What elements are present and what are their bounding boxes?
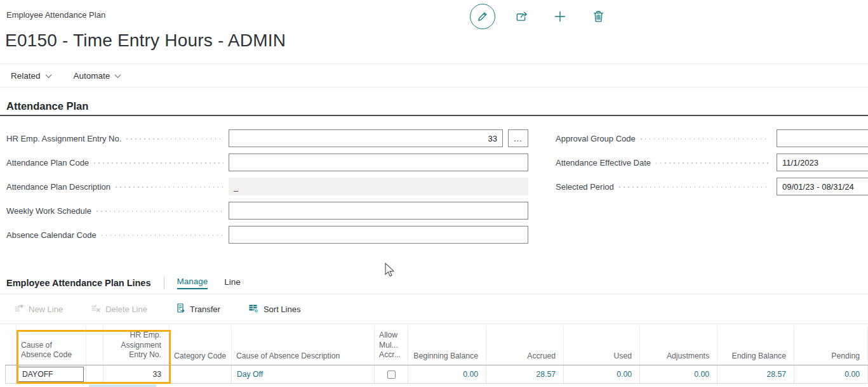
selected-period-input[interactable]: 09/01/23 - 08/31/24 xyxy=(777,178,868,195)
new-button[interactable] xyxy=(549,5,571,28)
assist-edit-button[interactable]: … xyxy=(508,129,528,147)
attendance-plan-description-field: _ xyxy=(229,178,528,195)
cell-allow-mul-accr[interactable] xyxy=(375,365,408,383)
cell-used[interactable]: 0.00 xyxy=(564,365,640,383)
dotted-leader xyxy=(94,162,224,164)
field-label: Weekly Work Schedule xyxy=(6,206,91,216)
dotted-leader xyxy=(116,187,224,188)
share-button[interactable] xyxy=(511,5,533,28)
mouse-cursor xyxy=(384,263,396,280)
menu-automate[interactable]: Automate xyxy=(74,71,122,81)
cell-spacer xyxy=(86,365,103,383)
divider xyxy=(0,294,868,294)
partial-selected-cell xyxy=(89,384,156,387)
menu-automate-label: Automate xyxy=(74,71,110,81)
transfer-label: Transfer xyxy=(190,305,220,314)
plus-icon xyxy=(554,10,566,23)
delete-button[interactable] xyxy=(587,5,610,28)
column-header-category-code[interactable]: Category Code xyxy=(170,326,232,365)
column-header-beginning-balance[interactable]: Beginning Balance xyxy=(408,326,486,365)
lines-toolbar: New Line Delete Line Transfer xyxy=(14,299,300,319)
transfer-icon xyxy=(175,303,185,315)
cell-pending[interactable]: 0.00 xyxy=(794,365,868,383)
attendance-effective-date-input[interactable]: 11/1/2023 xyxy=(777,154,868,171)
day-off-link[interactable]: Day Off xyxy=(232,370,263,379)
attendance-plan-section-title: Attendance Plan xyxy=(6,100,88,112)
divider xyxy=(0,324,868,324)
tab-manage[interactable]: Manage xyxy=(177,277,208,289)
new-line-icon xyxy=(14,303,24,315)
menu-related[interactable]: Related xyxy=(11,71,52,81)
column-header-selector xyxy=(5,326,17,365)
column-header-cause-of-absence-code[interactable]: Cause of Absence Code xyxy=(17,326,86,365)
chevron-down-icon xyxy=(114,71,121,81)
field-row: Approval Group Code xyxy=(556,129,769,147)
field-row: Attendance Effective Date xyxy=(556,154,769,171)
field-label: Attendance Plan Description xyxy=(6,182,110,192)
edit-pencil-icon xyxy=(477,11,488,22)
cell-category-code[interactable] xyxy=(170,365,232,383)
column-header-pending[interactable]: Pending xyxy=(794,326,868,365)
dotted-leader xyxy=(641,138,769,140)
sort-lines-icon xyxy=(248,303,259,315)
dotted-leader xyxy=(619,187,769,188)
cell-ending-balance[interactable]: 28.57 xyxy=(718,365,794,383)
delete-line-label: Delete Line xyxy=(105,305,147,314)
hr-emp-assignment-entry-no-input[interactable]: 33 xyxy=(229,129,503,147)
field-label: Attendance Effective Date xyxy=(556,158,651,167)
chevron-down-icon xyxy=(45,71,52,81)
approval-group-code-input[interactable] xyxy=(777,129,868,147)
sort-lines-label: Sort Lines xyxy=(264,305,301,314)
lines-section-header: Employee Attendance Plan Lines Manage Li… xyxy=(6,277,241,289)
sort-lines-button[interactable]: Sort Lines xyxy=(248,303,301,315)
field-label: Approval Group Code xyxy=(556,134,636,143)
column-header-ending-balance[interactable]: Ending Balance xyxy=(718,326,794,365)
column-header-cause-of-absence-description[interactable]: Cause of Absence Description xyxy=(232,326,375,365)
field-row: Weekly Work Schedule xyxy=(6,202,224,220)
field-row: Attendance Plan Code xyxy=(6,154,224,171)
cell-cause-of-absence-code[interactable]: DAYOFF xyxy=(17,365,86,383)
weekly-work-schedule-combo[interactable] xyxy=(229,202,528,220)
attendance-plan-code-combo[interactable] xyxy=(229,154,528,171)
field-label: HR Emp. Assignment Entry No. xyxy=(6,134,121,143)
trash-icon xyxy=(592,10,604,23)
column-header-spacer xyxy=(86,326,103,365)
dotted-leader xyxy=(656,162,769,164)
column-header-used[interactable]: Used xyxy=(564,326,640,365)
tab-divider xyxy=(164,277,164,289)
cell-adjustments[interactable]: 0.00 xyxy=(640,365,718,383)
transfer-button[interactable]: Transfer xyxy=(175,303,220,315)
dotted-leader xyxy=(97,211,224,212)
allow-mul-accr-checkbox[interactable] xyxy=(387,371,396,379)
column-header-accrued[interactable]: Accrued xyxy=(486,326,564,365)
absence-calendar-code-combo[interactable] xyxy=(229,226,528,244)
edit-button[interactable] xyxy=(470,4,495,29)
section-divider xyxy=(0,115,868,116)
dotted-leader xyxy=(126,138,224,140)
new-line-label: New Line xyxy=(29,305,63,314)
column-header-adjustments[interactable]: Adjustments xyxy=(640,326,718,365)
menu-bar: Related Automate xyxy=(0,63,868,88)
field-row: Selected Period xyxy=(556,178,769,195)
dotted-leader xyxy=(102,235,224,236)
field-row: Absence Calendar Code xyxy=(6,226,224,244)
active-cell-box[interactable]: DAYOFF xyxy=(18,367,84,382)
menu-related-label: Related xyxy=(11,71,41,81)
cell-beginning-balance[interactable]: 0.00 xyxy=(408,365,486,383)
cell-accrued[interactable]: 28.57 xyxy=(486,365,564,383)
cell-hr-emp-assignment-entry-no[interactable]: 33 xyxy=(103,365,170,383)
column-header-hr-emp-assignment-entry-no[interactable]: HR Emp. Assignment Entry No. xyxy=(103,326,170,365)
grid-header-row: Cause of Absence Code HR Emp. Assignment… xyxy=(5,326,868,365)
delete-line-button[interactable]: Delete Line xyxy=(91,303,147,315)
tab-line[interactable]: Line xyxy=(224,277,241,289)
field-label: Absence Calendar Code xyxy=(6,230,97,240)
grid-row[interactable]: DAYOFF 33 Day Off 0.00 28.57 0.00 0.00 2… xyxy=(5,365,868,384)
field-label: Selected Period xyxy=(556,182,614,192)
share-icon xyxy=(515,10,529,23)
page-action-bar xyxy=(470,4,610,29)
cell-cause-of-absence-description[interactable]: Day Off xyxy=(232,365,375,383)
new-line-button[interactable]: New Line xyxy=(14,303,63,315)
breadcrumb[interactable]: Employee Attendance Plan xyxy=(6,10,105,20)
column-header-allow-mul-accr[interactable]: Allow Mul... Accr... xyxy=(375,326,408,365)
row-selector-cell[interactable] xyxy=(5,365,17,383)
